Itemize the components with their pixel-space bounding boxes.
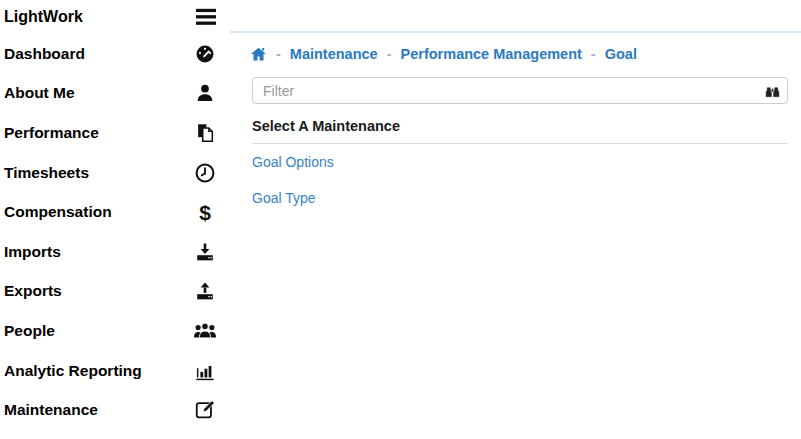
breadcrumb: - Maintenance - Performance Management -…	[250, 46, 801, 62]
dashboard-gauge-icon	[193, 43, 217, 65]
sidebar-item-label: About Me	[4, 84, 75, 102]
breadcrumb-item-goal[interactable]: Goal	[605, 46, 637, 62]
main-content: - Maintenance - Performance Management -…	[230, 0, 801, 439]
breadcrumb-separator: -	[387, 46, 392, 62]
documents-icon	[193, 122, 217, 144]
sidebar-item-analytic-reporting[interactable]: Analytic Reporting	[0, 351, 230, 391]
sidebar-item-people[interactable]: People	[0, 311, 230, 351]
sidebar-item-performance[interactable]: Performance	[0, 113, 230, 153]
sidebar-item-label: Imports	[4, 243, 61, 261]
breadcrumb-item-performance-management[interactable]: Performance Management	[401, 46, 582, 62]
sidebar: LightWork Dashboard About	[0, 0, 230, 439]
sidebar-item-dashboard[interactable]: Dashboard	[0, 34, 230, 74]
sidebar-item-label: Dashboard	[4, 45, 85, 63]
clock-icon	[193, 162, 217, 184]
list-item-goal-options[interactable]: Goal Options	[252, 144, 788, 180]
sidebar-item-imports[interactable]: Imports	[0, 232, 230, 272]
upload-tray-icon	[193, 280, 217, 302]
brand-row: LightWork	[0, 0, 230, 34]
sidebar-item-label: Performance	[4, 124, 99, 142]
sidebar-item-timesheets[interactable]: Timesheets	[0, 153, 230, 193]
breadcrumb-separator: -	[591, 46, 596, 62]
sidebar-item-exports[interactable]: Exports	[0, 272, 230, 312]
sidebar-item-label: Compensation	[4, 203, 112, 221]
sidebar-item-label: Exports	[4, 282, 62, 300]
sidebar-item-maintenance[interactable]: Maintenance	[0, 390, 230, 430]
filter-input[interactable]	[252, 77, 788, 104]
users-group-icon	[193, 320, 217, 342]
menu-toggle-icon[interactable]	[195, 7, 217, 27]
sidebar-item-label: People	[4, 322, 55, 340]
breadcrumb-item-maintenance[interactable]: Maintenance	[290, 46, 378, 62]
sidebar-item-compensation[interactable]: Compensation $	[0, 192, 230, 232]
sidebar-item-label: Maintenance	[4, 401, 98, 419]
sidebar-nav: Dashboard About Me Perfor	[0, 34, 230, 430]
edit-pencil-square-icon	[193, 399, 217, 421]
top-navbar-divider	[230, 0, 801, 33]
bar-chart-icon	[193, 360, 217, 382]
user-icon	[193, 82, 217, 104]
list-header: Select A Maintenance	[252, 110, 788, 144]
sidebar-item-label: Analytic Reporting	[4, 362, 142, 380]
filter-container	[252, 77, 788, 104]
download-tray-icon	[193, 241, 217, 263]
breadcrumb-separator: -	[276, 46, 281, 62]
maintenance-list: Select A Maintenance Goal Options Goal T…	[252, 110, 788, 216]
binoculars-search-icon[interactable]	[764, 83, 781, 99]
app-title: LightWork	[4, 8, 83, 26]
sidebar-item-label: Timesheets	[4, 164, 89, 182]
sidebar-item-about-me[interactable]: About Me	[0, 74, 230, 114]
dollar-icon: $	[193, 202, 217, 223]
home-icon[interactable]	[250, 46, 267, 62]
list-item-goal-type[interactable]: Goal Type	[252, 180, 788, 216]
